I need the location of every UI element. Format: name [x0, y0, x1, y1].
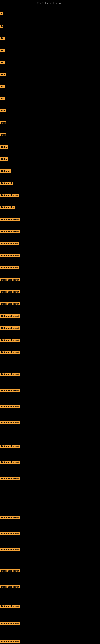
- badge-row: Bottleneck result: [0, 418, 100, 427]
- bottleneck-badge: Bo: [0, 61, 5, 64]
- bottleneck-badge: B: [0, 25, 3, 28]
- badge-row: Bottleneck result: [0, 348, 100, 356]
- badge-row: Bottleneck result: [0, 458, 100, 466]
- badge-row: Bot: [0, 107, 100, 115]
- badge-row: Bottleneck result: [0, 620, 100, 628]
- badge-row: Bottle: [0, 155, 100, 163]
- badge-row: Bottleneck resu: [0, 191, 100, 199]
- badge-row: Bottleneck result: [0, 514, 100, 522]
- badge-row: Bottleneck: [0, 179, 100, 187]
- badge-row: Bottleneck result: [0, 276, 100, 284]
- bottleneck-badge: Bottleneck result: [0, 622, 20, 625]
- bottleneck-badge: Bottle: [0, 158, 8, 160]
- bottleneck-badge: Bottleneck result: [0, 290, 20, 294]
- bottleneck-badge: Bo: [0, 85, 5, 88]
- bottleneck-badge: Bottleneck result: [0, 389, 20, 392]
- bottleneck-badge: Bo: [0, 49, 5, 52]
- badge-row: Bottleneck result: [0, 567, 100, 575]
- badge-row: Bo: [0, 82, 100, 90]
- badge-row: Bottleneck result: [0, 288, 100, 296]
- badge-row: Bottleneck result: [0, 402, 100, 410]
- bottleneck-badge: Bottleneck result: [0, 350, 20, 354]
- bottleneck-badge: Bottleneck result: [0, 585, 20, 588]
- bottleneck-badge: Bott: [0, 121, 6, 124]
- badge-row: Bottle: [0, 143, 100, 151]
- badge-row: Bottleneck result: [0, 386, 100, 394]
- bottleneck-badge: Bottleneck result: [0, 314, 20, 318]
- badge-row: Bottleneck result: [0, 530, 100, 538]
- bottleneck-badge: Bottle: [0, 145, 8, 148]
- bottleneck-badge: Bottleneck result: [0, 421, 20, 424]
- bottleneck-badge: Bottleneck result: [0, 372, 20, 376]
- bottleneck-badge: Bottleneck result: [0, 230, 20, 233]
- bottleneck-badge: Bottleneck result: [0, 548, 20, 551]
- bottleneck-badge: Bottleneck result: [0, 532, 20, 535]
- badge-row: B: [0, 10, 100, 18]
- bottleneck-badge: Bottleneck result: [0, 278, 20, 281]
- badge-row: Bot: [0, 70, 100, 78]
- badge-row: Bottleneck resu: [0, 264, 100, 272]
- badge-row: Bottleneck result: [0, 336, 100, 344]
- bottleneck-badge: Bot: [0, 109, 6, 112]
- bottleneck-badge: Bottleneck result: [0, 477, 20, 480]
- bottleneck-badge: Bot: [0, 73, 6, 76]
- badge-row: Bottleneck result: [0, 602, 100, 610]
- badge-row: Bottleneck result: [0, 300, 100, 308]
- bottleneck-badge: Bottleneck result: [0, 326, 20, 330]
- bottleneck-badge: Bott: [0, 133, 6, 136]
- bottleneck-badge: Bottleneck result: [0, 338, 20, 342]
- bottleneck-badge: Bottleneck result: [0, 405, 20, 408]
- bottleneck-badge: Bottleneck result: [0, 640, 20, 643]
- bottleneck-badge: Bo: [0, 97, 5, 100]
- badge-row: Bottleneck result: [0, 546, 100, 554]
- badge-row: Bottleneck result: [0, 252, 100, 260]
- badge-row: Bottleneck result: [0, 474, 100, 482]
- badge-row: Bottleneck result: [0, 583, 100, 591]
- badge-row: Bottleneck r: [0, 203, 100, 211]
- bottleneck-badge: Bottleneck result: [0, 604, 20, 608]
- bottleneck-badge: Bottleneck result: [0, 302, 20, 306]
- badge-row: B: [0, 22, 100, 30]
- site-title: TheBottlenecker.com: [0, 0, 100, 6]
- bottleneck-badge: Bottleneck resu: [0, 242, 19, 245]
- badge-row: Bottleneck result: [0, 638, 100, 644]
- badge-row: Bott: [0, 131, 100, 139]
- bottleneck-badge: Bottleneck result: [0, 444, 20, 448]
- bottleneck-badge: Bottleneck result: [0, 569, 20, 572]
- bottleneck-badge: Bottleneck r: [0, 206, 15, 209]
- badge-row: Bottleneck result: [0, 228, 100, 236]
- bottleneck-badge: Bottleneck result: [0, 461, 20, 464]
- bottleneck-badge: B: [0, 12, 3, 15]
- badge-row: Bottleneck result: [0, 324, 100, 332]
- bottleneck-badge: Bottleneck: [0, 182, 13, 185]
- bottleneck-badge: Bottleneck result: [0, 218, 20, 221]
- badge-row: Bottleneck result: [0, 312, 100, 320]
- bottleneck-badge: Bottleneck resu: [0, 266, 19, 269]
- badge-row: Bo: [0, 46, 100, 54]
- bottleneck-badge: Bo: [0, 37, 5, 40]
- badge-row: Bo: [0, 58, 100, 66]
- badge-row: Bottleneck result: [0, 370, 100, 378]
- badge-row: Bottleneck result: [0, 215, 100, 224]
- badge-row: Bo: [0, 94, 100, 103]
- badge-row: Bo: [0, 34, 100, 42]
- badge-row: Bottlene: [0, 167, 100, 175]
- badge-row: Bott: [0, 119, 100, 127]
- bottleneck-badge: Bottlene: [0, 170, 11, 173]
- badge-row: Bottleneck resu: [0, 240, 100, 248]
- bottleneck-badge: Bottleneck result: [0, 516, 20, 519]
- bottleneck-badge: Bottleneck result: [0, 254, 20, 257]
- badge-row: Bottleneck result: [0, 442, 100, 450]
- bottleneck-badge: Bottleneck resu: [0, 194, 19, 197]
